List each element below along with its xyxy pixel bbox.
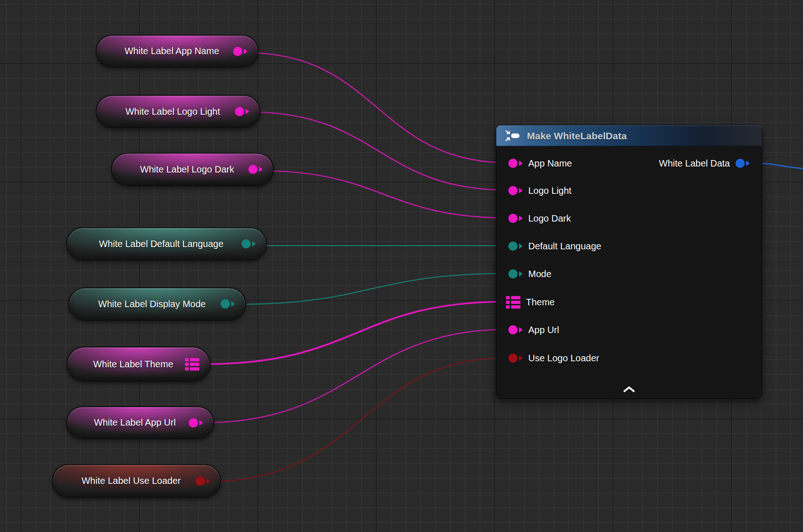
pin-label: App Url — [528, 325, 559, 335]
input-pin-theme-struct-icon[interactable] — [506, 296, 520, 309]
output-pin-string[interactable] — [235, 107, 249, 116]
output-pin-bool[interactable] — [196, 476, 210, 486]
input-pin-row-logo-light[interactable]: Logo Light — [508, 184, 571, 198]
node-label: White Label Theme — [81, 359, 185, 370]
pin-label: Mode — [528, 269, 551, 279]
node-white-label-theme[interactable]: White Label Theme — [67, 346, 210, 382]
input-pin-row-theme[interactable]: Theme — [506, 295, 555, 309]
output-pin-white-label-data[interactable] — [735, 159, 750, 168]
output-pin-enum[interactable] — [221, 299, 235, 309]
node-white-label-app-url[interactable]: White Label App Url — [66, 406, 214, 439]
collapse-node-button[interactable] — [618, 385, 640, 395]
input-pin-app-name[interactable] — [508, 159, 523, 168]
input-pin-logo-light[interactable] — [508, 186, 523, 195]
wire-logo-dark — [258, 171, 509, 218]
chevron-up-icon — [623, 386, 635, 392]
wire-use-loader — [208, 358, 509, 482]
wire-display-mode — [234, 273, 509, 304]
input-pin-logo-dark[interactable] — [508, 214, 523, 223]
pin-label: Logo Light — [528, 186, 571, 196]
blueprint-graph-canvas[interactable]: White Label App Name White Label Logo Li… — [0, 0, 803, 532]
node-white-label-use-loader[interactable]: White Label Use Loader — [52, 464, 221, 498]
node-label: White Label Use Loader — [67, 476, 196, 486]
output-pin-string[interactable] — [233, 47, 247, 56]
wire-app-url — [202, 329, 509, 423]
output-pin-enum[interactable] — [241, 239, 256, 248]
node-label: White Label Logo Dark — [126, 164, 248, 175]
input-pin-row-logo-dark[interactable]: Logo Dark — [508, 211, 571, 225]
node-white-label-logo-light[interactable]: White Label Logo Light — [96, 95, 260, 128]
input-pin-row-mode[interactable]: Mode — [508, 267, 551, 281]
pin-label: Use Logo Loader — [528, 353, 599, 364]
node-white-label-logo-dark[interactable]: White Label Logo Dark — [111, 153, 274, 186]
pin-label: App Name — [528, 158, 572, 169]
node-white-label-app-name[interactable]: White Label App Name — [96, 35, 259, 68]
make-node-header[interactable]: Make WhiteLabelData — [496, 125, 762, 146]
node-make-whitelabeldata[interactable]: Make WhiteLabelData App Name Logo Light … — [496, 125, 762, 399]
node-label: White Label Default Language — [81, 239, 241, 249]
input-pin-row-default-language[interactable]: Default Language — [508, 239, 601, 253]
pin-label: Theme — [526, 297, 555, 308]
input-pin-default-language[interactable] — [508, 241, 523, 251]
node-label: White Label App Name — [111, 46, 233, 56]
struct-pin-icon[interactable] — [185, 358, 199, 371]
node-white-label-default-language[interactable]: White Label Default Language — [66, 227, 267, 260]
input-pin-use-logo-loader[interactable] — [508, 353, 523, 363]
wire-logo-light — [248, 112, 509, 190]
node-label: White Label Logo Light — [111, 106, 235, 117]
input-pin-row-app-name[interactable]: App Name — [508, 156, 572, 170]
output-pin-row-white-label-data[interactable]: White Label Data — [659, 156, 750, 170]
input-pin-app-url[interactable] — [508, 325, 523, 334]
wire-app-name — [246, 53, 509, 163]
node-white-label-display-mode[interactable]: White Label Display Mode — [68, 287, 246, 321]
pin-label: White Label Data — [659, 158, 730, 169]
make-struct-icon — [505, 130, 521, 142]
make-node-title: Make WhiteLabelData — [527, 130, 627, 142]
output-pin-string[interactable] — [248, 165, 263, 174]
output-pin-string[interactable] — [189, 418, 203, 427]
pin-label: Default Language — [528, 241, 601, 252]
pin-label: Logo Dark — [528, 213, 571, 224]
input-pin-mode[interactable] — [508, 269, 523, 278]
input-pin-row-use-logo-loader[interactable]: Use Logo Loader — [508, 351, 599, 365]
input-pin-row-app-url[interactable]: App Url — [508, 323, 559, 337]
node-label: White Label App Url — [81, 417, 189, 428]
node-label: White Label Display Mode — [83, 299, 221, 309]
